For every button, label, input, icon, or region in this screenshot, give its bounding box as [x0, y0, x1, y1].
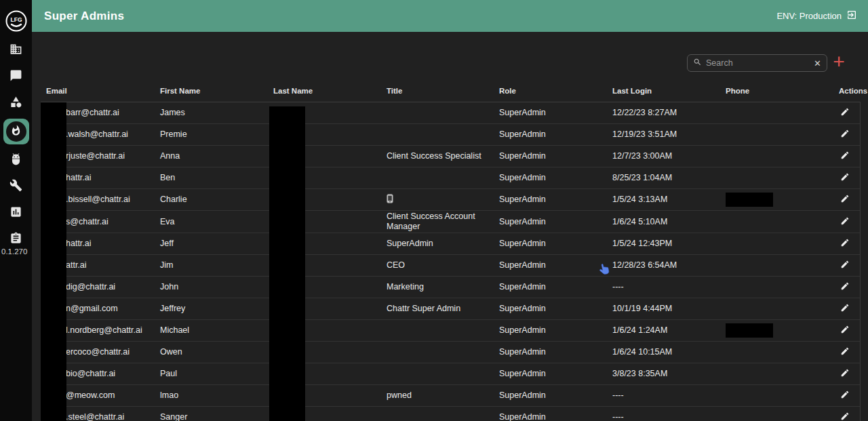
clipboard-icon: [9, 232, 22, 247]
cell-first-name: Michael: [155, 325, 268, 336]
cell-last-login: 10/1/19 4:44PM: [607, 304, 720, 314]
table-row[interactable]: attr.aiJimCEOSuperAdmin12/28/23 6:54AM: [41, 255, 860, 277]
table-row[interactable]: .walsh@chattr.aiPremieSuperAdmin12/19/23…: [41, 124, 860, 146]
sidebar: LFG 0.1.270: [0, 0, 32, 421]
edit-icon: [840, 152, 850, 162]
table-row[interactable]: hattr.aiJeffSuperAdminSuperAdmin1/5/24 1…: [41, 233, 860, 255]
cell-first-name: Jeff: [155, 239, 268, 249]
sidebar-item-messages[interactable]: [0, 65, 32, 88]
cell-role: SuperAdmin: [494, 129, 607, 140]
active-nav-tile: [3, 119, 29, 144]
search-box: ✕: [687, 54, 827, 72]
edit-icon: [840, 304, 850, 315]
cell-first-name: lmao: [155, 390, 268, 401]
edit-button[interactable]: [839, 410, 851, 421]
edit-button[interactable]: [839, 193, 851, 207]
cell-last-login: ----: [607, 412, 720, 421]
search-icon: [693, 57, 702, 69]
cell-last-login: 1/6/24 10:15AM: [607, 347, 720, 357]
column-header-role: Role: [494, 86, 607, 96]
env-production-button[interactable]: ENV: Production: [776, 9, 857, 22]
table-row[interactable]: l.nordberg@chattr.aiMichaelSuperAdmin1/6…: [41, 320, 860, 342]
sidebar-item-company[interactable]: [0, 39, 32, 62]
cell-title: pwned: [381, 390, 494, 401]
cell-last-login: 3/8/23 8:35AM: [607, 369, 720, 379]
cell-title: CEO: [381, 260, 494, 270]
app-logo[interactable]: LFG: [4, 9, 28, 33]
table-row[interactable]: barr@chattr.aiJamesSuperAdmin12/22/23 8:…: [41, 102, 860, 124]
env-label: ENV: Production: [776, 11, 842, 21]
cell-role: SuperAdmin: [494, 412, 607, 421]
table-row[interactable]: n@gmail.comJeffreyChattr Super AdminSupe…: [41, 298, 860, 320]
cell-role: SuperAdmin: [494, 195, 607, 205]
sidebar-item-reports[interactable]: [0, 201, 32, 224]
table-row[interactable]: s@chattr.aiEvaClient Success Account Man…: [41, 211, 860, 233]
cell-role: SuperAdmin: [494, 239, 607, 249]
cell-actions: [833, 149, 862, 163]
edit-button[interactable]: [839, 215, 851, 229]
sidebar-item-android[interactable]: [0, 148, 32, 172]
edit-button[interactable]: [839, 367, 851, 381]
edit-button[interactable]: [839, 171, 851, 185]
table-row[interactable]: dig@chattr.aiJohnMarketingSuperAdmin----: [41, 277, 860, 298]
edit-icon: [840, 108, 850, 119]
edit-icon: [840, 218, 850, 228]
sidebar-item-categories[interactable]: [0, 92, 32, 115]
table-row[interactable]: hattr.aiBenSuperAdmin8/25/23 1:04AM: [41, 167, 860, 189]
column-header-last-login: Last Login: [607, 86, 720, 96]
cell-actions: [833, 237, 862, 251]
edit-button[interactable]: [839, 280, 851, 294]
cell-role: SuperAdmin: [494, 369, 607, 379]
bar-chart-icon: [9, 205, 22, 221]
cell-role: SuperAdmin: [494, 217, 607, 227]
edit-button[interactable]: [839, 388, 851, 403]
cell-actions: [833, 193, 862, 207]
edit-icon: [840, 369, 850, 380]
version-label: 0.1.270: [1, 247, 27, 256]
table-row[interactable]: ercoco@chattr.aiOwenSuperAdmin1/6/24 10:…: [41, 342, 860, 363]
edit-button[interactable]: [839, 323, 851, 338]
table-row[interactable]: @meow.comlmaopwnedSuperAdmin----: [41, 385, 860, 407]
edit-button[interactable]: [839, 237, 851, 251]
cell-first-name: Owen: [155, 347, 268, 357]
edit-icon: [840, 130, 850, 140]
cell-first-name: Premie: [155, 129, 268, 140]
column-header-phone: Phone: [720, 86, 833, 96]
cell-role: SuperAdmin: [494, 390, 607, 401]
edit-icon: [840, 326, 850, 336]
table-header-row: EmailFirst NameLast NameTitleRoleLast Lo…: [41, 86, 860, 102]
table-row[interactable]: bio@chattr.aiPaulSuperAdmin3/8/23 8:35AM: [41, 363, 860, 385]
edit-icon: [840, 348, 850, 358]
table-row[interactable]: .steel@chattr.aiSangerSuperAdmin----: [41, 407, 860, 421]
edit-icon: [840, 174, 850, 184]
table-row[interactable]: rjuste@chattr.aiAnnaClient Success Speci…: [41, 146, 860, 167]
cell-first-name: Paul: [155, 369, 268, 379]
sidebar-item-tools[interactable]: [0, 175, 32, 198]
phone-icon: [387, 196, 393, 205]
cell-last-login: 12/7/23 3:00AM: [607, 151, 720, 161]
clear-search-button[interactable]: ✕: [814, 59, 821, 68]
edit-icon: [840, 239, 850, 249]
cell-actions: [833, 345, 862, 359]
cell-actions: [833, 280, 862, 294]
edit-button[interactable]: [839, 149, 851, 163]
edit-button[interactable]: [839, 345, 851, 359]
redaction-box-phone: [726, 323, 773, 338]
edit-button[interactable]: [839, 106, 851, 120]
shapes-icon: [9, 96, 22, 111]
column-header-email: Email: [41, 86, 155, 96]
add-admin-button[interactable]: +: [830, 52, 848, 72]
sidebar-item-super-admins[interactable]: [0, 118, 32, 145]
edit-button[interactable]: [839, 258, 851, 273]
lfg-logo-icon: LFG: [4, 24, 28, 35]
cell-last-login: 12/19/23 3:51AM: [607, 129, 720, 140]
table-row[interactable]: .bissell@chattr.aiCharlie SuperAdmin1/5/…: [41, 189, 860, 211]
column-header-title: Title: [381, 86, 494, 96]
edit-button[interactable]: [839, 302, 851, 316]
edit-button[interactable]: [839, 127, 851, 142]
search-input[interactable]: [706, 58, 810, 68]
flame-icon: [10, 125, 22, 139]
cell-role: SuperAdmin: [494, 260, 607, 270]
cell-actions: [833, 171, 862, 185]
table-body: barr@chattr.aiJamesSuperAdmin12/22/23 8:…: [41, 102, 860, 421]
